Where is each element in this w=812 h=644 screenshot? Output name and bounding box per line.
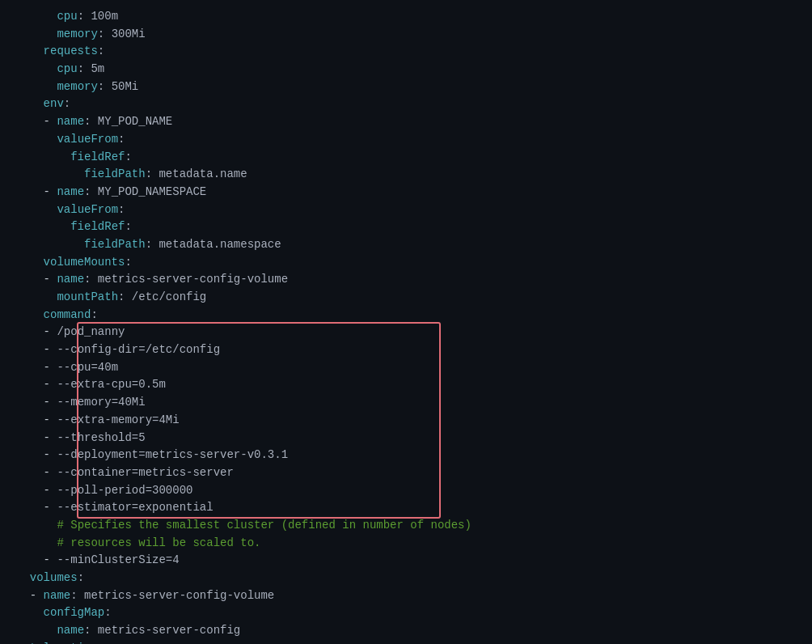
key-text: configMap — [44, 606, 105, 619]
value-text: --estimator=exponential — [57, 501, 213, 514]
value-text: : /etc/config — [118, 290, 206, 303]
key-text: env — [44, 97, 64, 110]
key-text: name — [57, 273, 84, 286]
value-text: : — [125, 220, 131, 233]
code-line: - name: MY_POD_NAMESPACE — [16, 184, 796, 201]
key-text: name — [57, 624, 84, 637]
value-text: --cpu=40m — [57, 361, 118, 374]
key-text: valueFrom — [57, 133, 118, 146]
value-text: : MY_POD_NAMESPACE — [84, 185, 206, 198]
code-line: memory: 300Mi — [16, 26, 796, 44]
key-text: name — [44, 589, 71, 602]
value-text: : 300Mi — [98, 28, 146, 40]
value-text: --minClusterSize=4 — [57, 553, 179, 566]
code-line: - --extra-memory=4Mi — [16, 412, 796, 430]
code-line: fieldPath: metadata.name — [16, 166, 796, 184]
value-text: --threshold=5 — [57, 431, 145, 444]
code-line: - name: MY_POD_NAME — [16, 113, 796, 131]
code-line: configMap: — [16, 604, 796, 622]
value-text: : — [64, 97, 70, 110]
code-line: - --memory=40Mi — [16, 394, 796, 412]
code-line: fieldPath: metadata.namespace — [16, 236, 796, 254]
key-text: volumes — [30, 571, 78, 584]
value-text: --memory=40Mi — [57, 396, 145, 409]
key-text: requests — [44, 44, 98, 57]
code-line: valueFrom: — [16, 131, 796, 149]
value-text: --deployment=metrics-server-v0.3.1 — [57, 448, 288, 461]
key-text: command — [44, 308, 91, 321]
value-text: : — [98, 44, 104, 57]
code-line: requests: — [16, 43, 796, 61]
key-text: mountPath — [57, 290, 118, 303]
key-text: memory — [57, 28, 97, 40]
code-line: volumeMounts: — [16, 254, 796, 272]
code-line: - --estimator=exponential — [16, 499, 796, 517]
value-text: : — [104, 606, 111, 619]
code-line: - --poll-period=300000 — [16, 482, 796, 500]
code-line: name: metrics-server-config — [16, 622, 796, 640]
code-line: fieldRef: — [16, 218, 796, 236]
value-text: : 5m — [78, 62, 105, 75]
value-text: --extra-memory=4Mi — [57, 413, 179, 426]
comment-text: # Specifies the smallest cluster (define… — [57, 519, 471, 532]
code-line: valueFrom: — [16, 201, 796, 219]
value-text: : MY_POD_NAME — [84, 115, 172, 128]
code-line: fieldRef: — [16, 149, 796, 167]
code-line: - --deployment=metrics-server-v0.3.1 — [16, 447, 796, 464]
value-text: : metrics-server-config-volume — [84, 273, 288, 286]
code-line: # Specifies the smallest cluster (define… — [16, 517, 796, 535]
code-line: volumes: — [16, 570, 796, 587]
code-line: - name: metrics-server-config-volume — [16, 271, 796, 289]
value-text: --poll-period=300000 — [57, 484, 192, 497]
key-text: fieldRef — [70, 150, 125, 163]
key-text: fieldRef — [70, 220, 125, 233]
value-text: /pod_nanny — [57, 325, 125, 338]
code-line: - --minClusterSize=4 — [16, 552, 796, 570]
key-text: cpu — [57, 62, 77, 75]
code-line: - --threshold=5 — [16, 430, 796, 447]
key-text: fieldPath — [84, 238, 146, 251]
code-line: env: — [16, 95, 796, 113]
value-text: : — [125, 150, 131, 163]
key-text: valueFrom — [57, 203, 118, 216]
code-line: command: — [16, 307, 796, 324]
code-line: - name: metrics-server-config-volume — [16, 587, 796, 605]
value-text: : — [125, 256, 131, 269]
code-container: cpu: 100m memory: 300Mi requests: cpu: 5… — [0, 0, 812, 644]
value-text: : metrics-server-config-volume — [70, 589, 274, 602]
value-text: : 50Mi — [98, 80, 138, 93]
code-line: - --extra-cpu=0.5m — [16, 376, 796, 394]
key-text: fieldPath — [84, 167, 146, 180]
value-text: --config-dir=/etc/config — [57, 343, 220, 356]
code-line: - --config-dir=/etc/config — [16, 341, 796, 359]
code-line: - --cpu=40m — [16, 359, 796, 377]
code-line: memory: 50Mi — [16, 78, 796, 96]
key-text: memory — [57, 80, 97, 93]
code-line: cpu: 100m — [16, 8, 796, 26]
code-line: tolerations: — [16, 640, 796, 644]
value-text: : — [118, 133, 125, 146]
key-text: name — [57, 115, 84, 128]
code-line: cpu: 5m — [16, 61, 796, 78]
key-text: name — [57, 185, 84, 198]
value-text: --container=metrics-server — [57, 466, 233, 479]
value-text: : — [118, 203, 125, 216]
value-text: : 100m — [78, 10, 118, 23]
value-text: : metadata.name — [146, 167, 247, 180]
code-line: mountPath: /etc/config — [16, 289, 796, 307]
code-line: - --container=metrics-server — [16, 464, 796, 482]
code-line: # resources will be scaled to. — [16, 535, 796, 553]
value-text: : — [78, 571, 84, 584]
key-text: cpu — [57, 10, 77, 23]
code-line: - /pod_nanny — [16, 324, 796, 341]
key-text: volumeMounts — [44, 256, 125, 269]
value-text: : metrics-server-config — [84, 624, 240, 637]
value-text: --extra-cpu=0.5m — [57, 378, 165, 391]
comment-text: # resources will be scaled to. — [57, 536, 260, 549]
value-text: : metadata.namespace — [146, 238, 281, 251]
value-text: : — [91, 308, 97, 321]
